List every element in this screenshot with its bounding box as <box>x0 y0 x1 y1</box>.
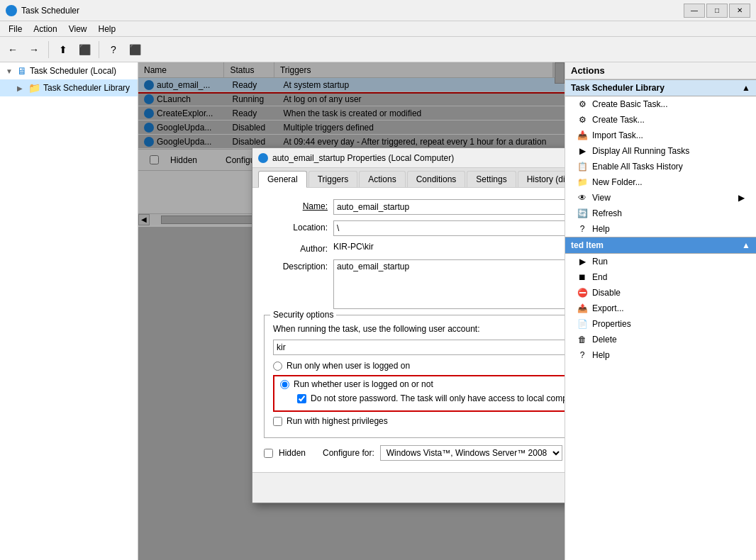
maximize-button[interactable]: □ <box>706 4 728 18</box>
title-bar-left: Task Scheduler <box>6 5 79 16</box>
action-display-running[interactable]: ▶ Display All Running Tasks <box>565 143 756 159</box>
toolbar-show[interactable]: ⬛ <box>74 40 94 60</box>
actions-section-item-arrow: ▲ <box>742 240 750 250</box>
tree-icon-library: 📁 <box>28 82 40 94</box>
action-label-create-basic: Create Basic Task... <box>592 99 668 109</box>
action-run[interactable]: ▶ Run <box>565 254 756 269</box>
app-title: Task Scheduler <box>21 6 79 16</box>
action-help-library[interactable]: ? Help <box>565 221 756 237</box>
radio-logged-on[interactable] <box>273 362 282 371</box>
minimize-button[interactable]: — <box>684 4 705 18</box>
description-textarea[interactable] <box>333 259 565 309</box>
action-label-refresh: Refresh <box>592 208 622 218</box>
close-button[interactable]: ✕ <box>729 4 750 18</box>
action-help-item[interactable]: ? Help <box>565 347 756 363</box>
dialog-title-bar: auto_email_startup Properties (Local Com… <box>252 148 565 168</box>
tab-settings[interactable]: Settings <box>467 171 516 187</box>
display-running-icon: ▶ <box>577 145 588 157</box>
dialog-overlay: auto_email_startup Properties (Local Com… <box>138 62 565 560</box>
menu-help[interactable]: Help <box>93 23 122 35</box>
hidden-row: Hidden Configure for: Windows Vista™, Wi… <box>264 445 565 461</box>
action-end[interactable]: ⏹ End <box>565 269 756 285</box>
action-label-history: Enable All Tasks History <box>592 162 683 172</box>
toolbar-forward[interactable]: → <box>24 40 44 60</box>
tree-item-local[interactable]: ▼ 🖥 Task Scheduler (Local) <box>0 62 138 79</box>
action-view[interactable]: 👁 View ▶ <box>565 190 756 206</box>
action-disable[interactable]: ⛔ Disable <box>565 285 756 301</box>
dialog-title: auto_email_startup Properties (Local Com… <box>272 153 454 163</box>
dialog-icon <box>258 153 268 163</box>
action-label-view: View <box>592 193 611 203</box>
run-highest-checkbox[interactable] <box>273 417 282 426</box>
action-label-folder: New Folder... <box>592 177 643 187</box>
toolbar-separator-1 <box>48 41 49 58</box>
export-icon: 📤 <box>577 303 588 314</box>
action-delete[interactable]: 🗑 Delete <box>565 332 756 347</box>
action-label-end: End <box>592 272 607 282</box>
dialog-footer: OK Cancel <box>252 472 565 503</box>
toolbar-help[interactable]: ? <box>104 40 123 60</box>
delete-icon: 🗑 <box>577 334 588 345</box>
tab-general[interactable]: General <box>258 171 307 188</box>
actions-section-library[interactable]: Task Scheduler Library ▲ <box>565 79 756 96</box>
create-task-icon: ⚙ <box>577 114 588 125</box>
toolbar-separator-2 <box>99 41 99 58</box>
properties-icon: 📄 <box>577 318 588 330</box>
toolbar-up[interactable]: ⬆ <box>53 40 73 60</box>
action-label-properties: Properties <box>592 319 631 329</box>
author-value: KIR-PC\kir <box>333 242 374 252</box>
user-account-input[interactable] <box>273 340 565 355</box>
radio-logged-on-label: Run only when user is logged on <box>287 361 410 371</box>
security-options-group: Security options When running the task, … <box>264 315 565 438</box>
form-row-name: Name: <box>264 199 565 215</box>
tab-conditions[interactable]: Conditions <box>407 171 466 187</box>
toolbar-extra[interactable]: ⬛ <box>125 40 145 60</box>
run-icon: ▶ <box>577 256 588 267</box>
action-enable-history[interactable]: 📋 Enable All Tasks History <box>565 159 756 174</box>
actions-sidebar: Actions Task Scheduler Library ▲ ⚙ Creat… <box>565 62 756 560</box>
hidden-checkbox[interactable] <box>264 449 273 458</box>
no-password-checkbox[interactable] <box>297 394 306 403</box>
name-input[interactable] <box>333 199 565 215</box>
action-label-create-task: Create Task... <box>592 115 645 125</box>
action-refresh[interactable]: 🔄 Refresh <box>565 206 756 221</box>
checkbox-row-no-password: Do not store password. The task will onl… <box>297 393 565 403</box>
run-highest-label: Run with highest privileges <box>287 416 388 426</box>
enable-history-icon: 📋 <box>577 161 588 172</box>
action-export[interactable]: 📤 Export... <box>565 301 756 316</box>
actions-section-item[interactable]: ted Item ▲ <box>565 237 756 254</box>
help-icon: ? <box>577 223 588 235</box>
configure-for-select[interactable]: Windows Vista™, Windows Server™ 2008 Win… <box>380 445 562 461</box>
highlighted-section: Run whether user is logged on or not Do … <box>273 375 565 412</box>
action-new-folder[interactable]: 📁 New Folder... <box>565 174 756 190</box>
action-import-task[interactable]: 📥 Import Task... <box>565 128 756 143</box>
action-create-task[interactable]: ⚙ Create Task... <box>565 112 756 128</box>
menu-action[interactable]: Action <box>28 23 62 35</box>
action-label-delete: Delete <box>592 335 617 345</box>
toolbar-back[interactable]: ← <box>3 40 23 60</box>
security-legend: Security options <box>270 310 336 320</box>
menu-view[interactable]: View <box>63 23 93 35</box>
actions-header: Actions <box>565 62 756 79</box>
menu-file[interactable]: File <box>3 23 28 35</box>
security-desc: When running the task, use the following… <box>273 324 565 334</box>
tab-actions[interactable]: Actions <box>359 171 405 187</box>
action-label-run: Run <box>592 257 608 267</box>
action-create-basic[interactable]: ⚙ Create Basic Task... <box>565 96 756 112</box>
action-label-display: Display All Running Tasks <box>592 146 689 156</box>
tab-triggers[interactable]: Triggers <box>308 171 358 187</box>
location-input[interactable] <box>333 220 565 236</box>
form-row-author: Author: KIR-PC\kir <box>264 242 565 254</box>
actions-section-library-arrow: ▲ <box>742 83 750 93</box>
view-icon: 👁 <box>577 192 588 203</box>
left-panel: ▼ 🖥 Task Scheduler (Local) ▶ 📁 Task Sche… <box>0 62 138 560</box>
radio-not-logged[interactable] <box>280 380 289 389</box>
new-folder-icon: 📁 <box>577 177 588 188</box>
form-label-author: Author: <box>264 242 328 254</box>
actions-section-library-label: Task Scheduler Library <box>571 83 665 93</box>
tree-item-library[interactable]: ▶ 📁 Task Scheduler Library <box>0 79 138 96</box>
title-bar: Task Scheduler — □ ✕ <box>0 0 756 21</box>
tab-history[interactable]: History (disabled) <box>518 171 565 187</box>
action-properties[interactable]: 📄 Properties <box>565 316 756 332</box>
import-task-icon: 📥 <box>577 130 588 141</box>
